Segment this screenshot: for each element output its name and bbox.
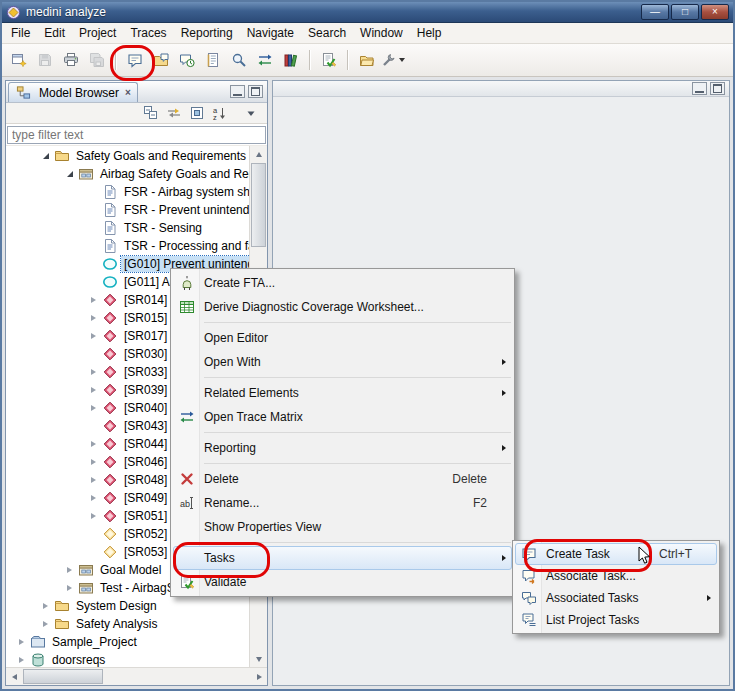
expand-toggle[interactable]: [86, 381, 101, 399]
close-window-button[interactable]: ×: [701, 4, 729, 20]
menu-item-list-project-tasks[interactable]: List Project Tasks: [515, 609, 717, 631]
no-toggle: [86, 525, 101, 543]
menubar-edit[interactable]: Edit: [37, 24, 72, 42]
menubar-window[interactable]: Window: [353, 24, 410, 42]
menu-item-validate[interactable]: Validate: [173, 570, 512, 594]
notes-button[interactable]: [200, 47, 226, 73]
search-references-button[interactable]: [226, 47, 252, 73]
tree-item-fsr-airbag-system-shall-op[interactable]: FSR - Airbag system shall op: [6, 183, 249, 201]
scroll-up-icon[interactable]: [250, 146, 267, 162]
link-with-editor-button[interactable]: [164, 104, 184, 122]
save-all-button[interactable]: [84, 47, 110, 73]
minimize-window-button[interactable]: —: [641, 4, 669, 20]
menu-item-reporting[interactable]: Reporting: [173, 436, 512, 460]
minimize-view-icon[interactable]: [230, 85, 245, 98]
open-folder-button[interactable]: [354, 47, 380, 73]
menu-item-related-elements[interactable]: Related Elements: [173, 381, 512, 405]
vertical-scroll-thumb[interactable]: [251, 163, 266, 247]
create-task-button[interactable]: [122, 47, 148, 73]
expand-toggle[interactable]: [86, 453, 101, 471]
tools-button[interactable]: [380, 47, 406, 73]
expand-toggle[interactable]: [86, 363, 101, 381]
menu-item-show-properties-view[interactable]: Show Properties View: [173, 515, 512, 539]
menubar-reporting[interactable]: Reporting: [174, 24, 240, 42]
tree-item-fsr-prevent-unintended-de[interactable]: FSR - Prevent unintended de: [6, 201, 249, 219]
expand-toggle[interactable]: [86, 489, 101, 507]
menu-separator: [204, 463, 511, 464]
menu-item-rename[interactable]: abRename...F2: [173, 491, 512, 515]
focus-button[interactable]: [187, 104, 207, 122]
sr-icon: [101, 382, 118, 398]
tab-model-browser[interactable]: Model Browser ×: [8, 82, 138, 102]
maximize-editor-icon[interactable]: [710, 82, 725, 95]
folder-icon: [53, 598, 70, 614]
close-tab-icon[interactable]: ×: [125, 87, 131, 98]
expand-toggle[interactable]: [14, 633, 29, 651]
collapse-all-button[interactable]: [141, 104, 161, 122]
expand-toggle[interactable]: [62, 165, 77, 183]
expand-toggle[interactable]: [86, 291, 101, 309]
tree-item-system-design[interactable]: System Design: [6, 597, 249, 615]
print-button[interactable]: [58, 47, 84, 73]
menubar-help[interactable]: Help: [410, 24, 449, 42]
menubar-file[interactable]: File: [4, 24, 37, 42]
menu-item-create-fta[interactable]: Create FTA...: [173, 271, 512, 295]
menubar-project[interactable]: Project: [72, 24, 123, 42]
menu-item-delete[interactable]: DeleteDelete: [173, 467, 512, 491]
menubar-navigate[interactable]: Navigate: [240, 24, 301, 42]
expand-toggle[interactable]: [38, 147, 53, 165]
maximize-window-button[interactable]: □: [671, 4, 699, 20]
expand-toggle[interactable]: [38, 597, 53, 615]
horizontal-scroll-thumb[interactable]: [23, 669, 103, 684]
open-task-folder-button[interactable]: [148, 47, 174, 73]
tree-item-safety-analysis[interactable]: Safety Analysis: [6, 615, 249, 633]
scroll-left-icon[interactable]: [6, 668, 22, 685]
tree-item-label: doorsreqs: [49, 652, 108, 667]
expand-toggle[interactable]: [86, 471, 101, 489]
tree-item-sample-project[interactable]: Sample_Project: [6, 633, 249, 651]
tree-item-doorsreqs[interactable]: doorsreqs: [6, 651, 249, 667]
expand-toggle[interactable]: [14, 651, 29, 667]
filter-input[interactable]: [7, 126, 266, 144]
tree-item-tsr-sensing[interactable]: TSR - Sensing: [6, 219, 249, 237]
task-history-button[interactable]: [174, 47, 200, 73]
expand-toggle[interactable]: [38, 615, 53, 633]
expand-toggle[interactable]: [86, 327, 101, 345]
library-button[interactable]: [278, 47, 304, 73]
tree-item-safety-goals-and-requirements[interactable]: Safety Goals and Requirements: [6, 147, 249, 165]
menubar-traces[interactable]: Traces: [123, 24, 173, 42]
maximize-view-icon[interactable]: [248, 85, 263, 98]
menu-item-associate-task[interactable]: Associate Task...: [515, 565, 717, 587]
menu-item-open-editor[interactable]: Open Editor: [173, 326, 512, 350]
scroll-down-icon[interactable]: [250, 651, 267, 667]
horizontal-scrollbar[interactable]: [6, 667, 267, 685]
tree-item-label: FSR - Prevent unintended de: [121, 202, 249, 218]
sr-icon: [101, 472, 118, 488]
expand-toggle[interactable]: [86, 399, 101, 417]
menu-item-derive-diagnostic-coverage-worksheet[interactable]: Derive Diagnostic Coverage Worksheet...: [173, 295, 512, 319]
tree-item-airbag-safety-goals-and-require[interactable]: Airbag Safety Goals and Require: [6, 165, 249, 183]
save-button[interactable]: [32, 47, 58, 73]
menu-item-tasks[interactable]: Tasks: [173, 546, 512, 570]
menubar-search[interactable]: Search: [301, 24, 353, 42]
menu-item-create-task[interactable]: Create TaskCtrl+T: [515, 543, 717, 565]
minimize-editor-icon[interactable]: [692, 82, 707, 95]
tree-item-tsr-processing-and-failure[interactable]: TSR - Processing and failure: [6, 237, 249, 255]
validate-button[interactable]: [316, 47, 342, 73]
expand-toggle[interactable]: [62, 561, 77, 579]
menu-item-associated-tasks[interactable]: Associated Tasks: [515, 587, 717, 609]
scroll-right-icon[interactable]: [251, 668, 267, 685]
expand-toggle[interactable]: [86, 435, 101, 453]
menu-item-open-with[interactable]: Open With: [173, 350, 512, 374]
expand-toggle[interactable]: [62, 579, 77, 597]
main-toolbar: [2, 44, 733, 77]
menu-item-open-trace-matrix[interactable]: Open Trace Matrix: [173, 405, 512, 429]
new-wizard-button[interactable]: [6, 47, 32, 73]
expand-toggle[interactable]: [86, 309, 101, 327]
menu-item-label: Create FTA...: [204, 276, 487, 290]
expanded-arrow-icon: [67, 171, 73, 177]
sort-alphabetical-button[interactable]: az: [210, 104, 230, 122]
trace-arrows-button[interactable]: [252, 47, 278, 73]
expand-toggle[interactable]: [86, 507, 101, 525]
view-menu-button[interactable]: [241, 104, 261, 122]
